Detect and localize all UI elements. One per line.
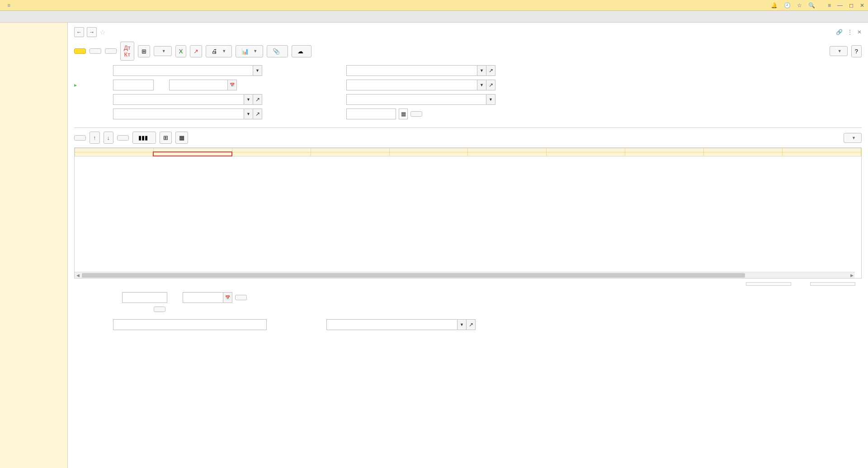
table-row[interactable]	[75, 148, 861, 152]
contract-dropdown-icon[interactable]: ▼	[477, 80, 486, 90]
cell-total[interactable]	[783, 148, 861, 152]
move-down-button[interactable]: ↓	[104, 132, 114, 144]
cell-n[interactable]	[75, 148, 154, 152]
favorite-star-icon[interactable]: ☆	[99, 28, 106, 37]
create-based-button[interactable]: ▼	[154, 46, 172, 56]
responsible-open-icon[interactable]: ↗	[467, 319, 476, 330]
sf-date-field[interactable]	[183, 292, 223, 303]
warehouse-open-icon[interactable]: ↗	[253, 109, 262, 119]
counterparty-dropdown-icon[interactable]: ▼	[477, 65, 486, 76]
posted-icon: ▸	[74, 82, 80, 88]
help-button[interactable]: ?	[851, 45, 862, 57]
write-button[interactable]	[90, 48, 101, 54]
distribute-button[interactable]	[410, 111, 422, 117]
link-icon[interactable]: 🔗	[836, 29, 843, 35]
transport-field[interactable]	[346, 109, 396, 119]
advance-field[interactable]	[346, 94, 486, 105]
cloud-icon: ☁	[297, 48, 303, 55]
cell-unit[interactable]	[547, 148, 625, 152]
warehouse-dropdown-icon[interactable]: ▼	[244, 109, 253, 119]
post-and-close-button[interactable]	[74, 48, 86, 54]
responsible-dropdown-icon[interactable]: ▼	[458, 319, 467, 330]
restore-icon[interactable]: ◻	[849, 2, 854, 9]
settings-icon[interactable]: ≡	[828, 2, 831, 9]
star-icon[interactable]: ☆	[797, 2, 802, 9]
vat-value	[810, 282, 855, 286]
nav-forward-button[interactable]: →	[87, 27, 97, 37]
hamburger-icon[interactable]: ≡	[7, 2, 10, 9]
minimize-icon[interactable]: —	[837, 2, 843, 9]
printer-icon: 🖨	[212, 48, 217, 55]
add-row-button[interactable]	[74, 135, 86, 141]
warehouse-field[interactable]	[113, 109, 244, 119]
register-invoice-button[interactable]	[235, 295, 247, 300]
post-button[interactable]	[105, 48, 117, 54]
app-top-bar: ≡ 🔔 🕘 ☆ 🔍 ≡ — ◻ ✕	[0, 0, 868, 11]
barcode-icon: ▮▮▮	[138, 134, 148, 141]
more-button[interactable]: ▼	[830, 46, 848, 56]
org-field[interactable]	[113, 94, 244, 105]
excel-icon[interactable]: X	[175, 45, 187, 57]
calc-icon[interactable]: ▦	[399, 109, 408, 119]
document-tabs	[0, 11, 868, 23]
reports-button[interactable]: 📊 ▼	[236, 45, 263, 57]
total-value	[746, 282, 791, 286]
counterparty-field[interactable]	[346, 65, 477, 76]
cell-vat-sum[interactable]	[389, 148, 468, 152]
cell-price-izg[interactable]	[153, 152, 232, 156]
table-more-button[interactable]: ▼	[844, 133, 862, 143]
contract-open-icon[interactable]: ↗	[486, 80, 495, 90]
barcode-button[interactable]: ▮▮▮	[132, 132, 156, 144]
move-up-button[interactable]: ↑	[90, 132, 100, 144]
cell-nomenclature[interactable]	[153, 148, 232, 152]
load-file-button[interactable]: ☁	[292, 45, 311, 57]
sf-calendar-icon[interactable]: 📅	[223, 292, 232, 303]
op-type-dropdown-icon[interactable]: ▼	[253, 65, 262, 76]
main-toolbar: ДтКт ⊞ ▼ X ↗ 🖨 ▼ 📊 ▼ 📎 ☁ ▼ ?	[74, 42, 862, 61]
cell-article[interactable]	[468, 148, 547, 152]
document-area: ← → ☆ 🔗 ⋮ ✕ ДтКт ⊞ ▼ X ↗ 🖨 ▼ 📊 ▼ 📎 ☁	[68, 23, 868, 468]
cell-vat-rate[interactable]	[311, 148, 389, 152]
report-icon: 📊	[241, 48, 249, 55]
register-invoice2-button[interactable]	[154, 307, 165, 312]
org-open-icon[interactable]: ↗	[253, 94, 262, 105]
pick-button[interactable]	[117, 135, 129, 141]
advance-dropdown-icon[interactable]: ▼	[486, 94, 495, 105]
more-header-icon[interactable]: ⋮	[847, 29, 853, 35]
horizontal-scrollbar[interactable]: ◀▶	[75, 272, 855, 278]
cell-qty[interactable]	[232, 148, 311, 152]
search-icon[interactable]: 🔍	[808, 2, 815, 9]
line-items-grid[interactable]: ◀▶	[74, 147, 862, 279]
counterparty-open-icon[interactable]: ↗	[486, 65, 495, 76]
nav-back-button[interactable]: ←	[74, 27, 84, 37]
op-type-field[interactable]	[113, 65, 253, 76]
history-icon[interactable]: 🕘	[784, 2, 791, 9]
bell-icon[interactable]: 🔔	[771, 2, 778, 9]
clip-icon: 📎	[273, 48, 280, 55]
calendar-icon[interactable]: 📅	[228, 80, 237, 90]
responsible-field[interactable]	[326, 319, 458, 330]
cell-sum-novat[interactable]	[704, 148, 783, 152]
structure-icon[interactable]: ⊞	[138, 45, 150, 57]
print-button[interactable]: 🖨 ▼	[206, 45, 232, 57]
contract-field[interactable]	[346, 80, 477, 90]
cell-price-novat[interactable]	[232, 152, 311, 156]
comment-field[interactable]	[113, 319, 267, 330]
export-icon[interactable]: ↗	[190, 45, 202, 57]
number-field[interactable]	[113, 80, 154, 90]
dt-kt-icon[interactable]: ДтКт	[120, 42, 134, 61]
files-button[interactable]: 📎	[267, 45, 288, 57]
close-doc-icon[interactable]: ✕	[857, 29, 862, 35]
date-field[interactable]	[169, 80, 228, 90]
grid-action1-icon[interactable]: ⊞	[160, 132, 172, 144]
grid-action2-icon[interactable]: ▦	[175, 132, 188, 144]
cell-komitent[interactable]	[625, 148, 704, 152]
table-row-sub[interactable]	[75, 152, 861, 156]
close-window-icon[interactable]: ✕	[860, 2, 864, 9]
org-dropdown-icon[interactable]: ▼	[244, 94, 253, 105]
nav-sidebar	[0, 23, 68, 468]
sf-no-field[interactable]	[122, 292, 167, 303]
